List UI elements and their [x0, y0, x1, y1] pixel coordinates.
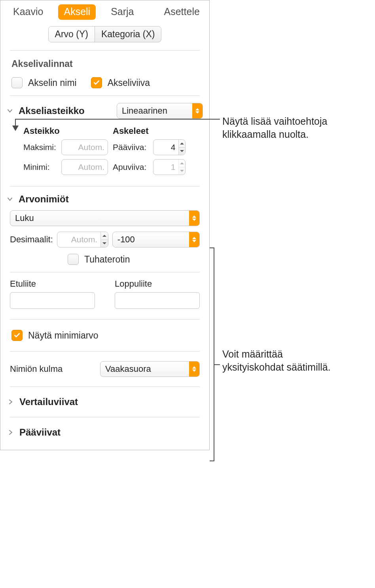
- major-stepper[interactable]: [178, 140, 185, 155]
- axis-options-title: Akselivalinnat: [0, 51, 209, 75]
- gridlines-title: Pääviivat: [19, 427, 61, 438]
- axis-name-label: Akselin nimi: [28, 78, 77, 88]
- max-field[interactable]: [61, 139, 108, 155]
- min-field[interactable]: [61, 159, 108, 175]
- major-field[interactable]: [153, 139, 186, 155]
- label-angle-value: Vaakasuora: [105, 364, 189, 374]
- prefix-input[interactable]: [10, 293, 95, 308]
- major-input[interactable]: [153, 140, 178, 155]
- label-angle-popup[interactable]: Vaakasuora: [100, 361, 200, 377]
- tab-series[interactable]: Sarja: [105, 4, 139, 20]
- axis-line-checkbox[interactable]: [91, 77, 102, 88]
- decimals-field[interactable]: [57, 232, 108, 247]
- chevron-right-icon: [7, 398, 15, 406]
- callout-top: Näytä lisää vaihtoehtoja klikkaamalla nu…: [222, 115, 365, 141]
- tab-chart[interactable]: Kaavio: [8, 4, 49, 20]
- value-labels-disclosure[interactable]: Arvonimiöt: [0, 186, 209, 210]
- max-label: Maksimi:: [23, 143, 58, 152]
- tab-axis[interactable]: Akseli: [58, 4, 96, 20]
- callout-mid: Voit määrittää yksityiskohdat säätimillä…: [222, 348, 341, 373]
- suffix-label: Loppuliite: [115, 279, 200, 292]
- callout-bracket: [210, 461, 214, 461]
- label-angle-label: Nimiön kulma: [10, 364, 95, 374]
- minor-stepper: [178, 160, 185, 175]
- minor-input[interactable]: [153, 160, 178, 175]
- negative-format-popup[interactable]: -100: [112, 232, 200, 247]
- negative-format-value: -100: [117, 234, 189, 245]
- axis-scale-title: Akseliasteikko: [19, 105, 85, 116]
- chevron-down-icon: [6, 107, 14, 115]
- chevron-down-icon: [6, 195, 14, 203]
- popup-stepper-icon: [189, 211, 199, 226]
- inspector-panel: Kaavio Akseli Sarja Asettele Arvo (Y) Ka…: [0, 0, 210, 450]
- axis-segmented-control-wrap: Arvo (Y) Kategoria (X): [0, 23, 209, 50]
- popup-stepper-icon: [189, 362, 199, 377]
- chevron-right-icon: [7, 428, 15, 436]
- tab-bar: Kaavio Akseli Sarja Asettele: [0, 0, 209, 23]
- axis-scale-grid: Asteikko Maksimi: Minimi: Askeleet Päävi…: [0, 124, 209, 186]
- decimals-stepper[interactable]: [100, 232, 108, 247]
- minor-field[interactable]: [153, 159, 186, 175]
- axis-scale-disclosure[interactable]: Akseliasteikko Lineaarinen: [0, 96, 209, 124]
- axis-scale-type-value: Lineaarinen: [122, 106, 192, 116]
- reference-lines-disclosure[interactable]: Vertailuviivat: [0, 387, 209, 417]
- suffix-field[interactable]: [115, 292, 200, 309]
- axis-line-label: Akseliviiva: [108, 78, 150, 88]
- segment-category-x[interactable]: Kategoria (X): [95, 27, 161, 42]
- decimals-input[interactable]: [57, 232, 100, 247]
- scale-heading: Asteikko: [23, 126, 109, 139]
- max-input[interactable]: [62, 140, 108, 155]
- show-min-checkbox[interactable]: [11, 330, 23, 341]
- tab-arrange[interactable]: Asettele: [159, 4, 205, 20]
- min-input[interactable]: [62, 160, 108, 175]
- label-format-value: Luku: [15, 213, 189, 223]
- min-label: Minimi:: [23, 162, 58, 172]
- segment-value-y[interactable]: Arvo (Y): [49, 27, 95, 42]
- major-label: Pääviiva:: [113, 143, 150, 152]
- arrowhead-icon: [12, 126, 19, 131]
- decimals-label: Desimaalit:: [10, 234, 53, 245]
- thousands-separator-checkbox[interactable]: [68, 254, 79, 265]
- gridlines-disclosure[interactable]: Pääviivat: [0, 417, 209, 450]
- show-min-label: Näytä minimiarvo: [28, 330, 98, 341]
- value-labels-title: Arvonimiöt: [19, 194, 69, 205]
- popup-stepper-icon: [189, 232, 199, 247]
- popup-stepper-icon: [192, 103, 203, 118]
- label-format-popup[interactable]: Luku: [10, 210, 200, 226]
- minor-label: Apuviiva:: [113, 162, 150, 172]
- reference-lines-title: Vertailuviivat: [19, 396, 78, 407]
- suffix-input[interactable]: [115, 293, 199, 308]
- callout-bracket: [210, 247, 214, 248]
- axis-scale-type-popup[interactable]: Lineaarinen: [117, 103, 203, 119]
- thousands-separator-label: Tuhaterotin: [84, 254, 130, 265]
- prefix-field[interactable]: [10, 292, 95, 309]
- callout-line: [15, 119, 220, 120]
- steps-heading: Askeleet: [113, 126, 198, 139]
- axis-segmented-control: Arvo (Y) Kategoria (X): [48, 26, 162, 42]
- axis-name-checkbox[interactable]: [11, 77, 23, 88]
- prefix-label: Etuliite: [10, 279, 95, 292]
- callout-bracket: [214, 364, 220, 365]
- callout-bracket: [214, 247, 214, 461]
